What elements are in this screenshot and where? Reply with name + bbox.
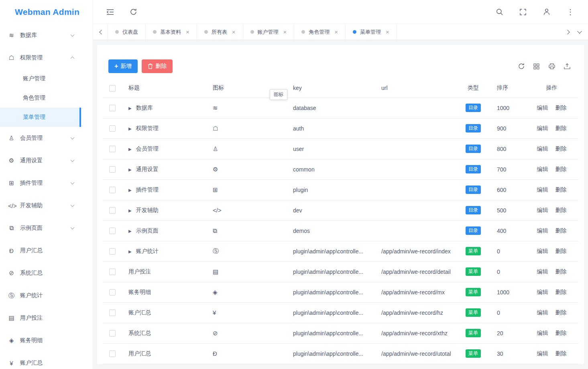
sidebar-item[interactable]: ⧉示例页面 xyxy=(0,217,81,239)
sidebar-item[interactable]: ⊘系统汇总 xyxy=(0,262,81,284)
row-checkbox[interactable] xyxy=(109,207,116,214)
row-checkbox[interactable] xyxy=(109,187,116,193)
row-checkbox[interactable] xyxy=(109,146,116,152)
tabs-scroll-left-button[interactable] xyxy=(96,24,108,40)
search-icon[interactable] xyxy=(495,8,503,16)
delete-link[interactable]: 删除 xyxy=(555,186,567,193)
edit-link[interactable]: 编辑 xyxy=(537,268,548,275)
tab-label: 角色管理 xyxy=(309,29,330,36)
expand-caret-icon[interactable]: ▶ xyxy=(128,188,132,192)
delete-link[interactable]: 删除 xyxy=(555,207,567,213)
edit-link[interactable]: 编辑 xyxy=(537,330,548,336)
print-icon[interactable] xyxy=(548,63,555,70)
edit-link[interactable]: 编辑 xyxy=(537,104,548,111)
expand-caret-icon[interactable]: ▶ xyxy=(128,208,132,213)
row-checkbox[interactable] xyxy=(109,269,116,275)
cell-actions: 编辑删除 xyxy=(525,220,578,241)
sidebar-item[interactable]: Ⓢ账户统计 xyxy=(0,284,81,307)
edit-link[interactable]: 编辑 xyxy=(537,186,548,193)
refresh-page-icon[interactable] xyxy=(129,8,137,16)
row-checkbox[interactable] xyxy=(109,105,116,111)
sidebar-item[interactable]: ⚙通用设置 xyxy=(0,149,81,172)
sidebar-subitem[interactable]: 账户管理 xyxy=(0,69,81,88)
sidebar-item[interactable]: ¥账户汇总 xyxy=(0,352,81,369)
edit-link[interactable]: 编辑 xyxy=(537,207,548,213)
tab-item[interactable]: 基本资料× xyxy=(146,24,197,40)
delete-link[interactable]: 删除 xyxy=(555,227,567,234)
edit-link[interactable]: 编辑 xyxy=(537,145,548,152)
sidebar-item[interactable]: ◈账务明细 xyxy=(0,329,81,352)
user-icon[interactable] xyxy=(543,8,551,16)
account-stats-icon: Ⓢ xyxy=(8,292,15,300)
expand-caret-icon[interactable]: ▶ xyxy=(128,167,132,172)
tab-close-icon[interactable]: × xyxy=(186,29,189,35)
add-button[interactable]: +新增 xyxy=(108,59,138,73)
export-icon[interactable] xyxy=(564,63,570,70)
tab-dot-icon xyxy=(353,30,356,34)
select-all-checkbox[interactable] xyxy=(109,85,116,92)
columns-icon[interactable] xyxy=(533,63,540,70)
sidebar-item[interactable]: ≋数据库 xyxy=(0,24,81,47)
sidebar-item-label: 账务明细 xyxy=(20,337,43,344)
edit-link[interactable]: 编辑 xyxy=(537,350,548,357)
cell-type: 菜单 xyxy=(458,241,489,261)
tab-close-icon[interactable]: × xyxy=(334,29,338,35)
row-checkbox[interactable] xyxy=(109,330,116,336)
sidebar-item[interactable]: ▤用户投注 xyxy=(0,307,81,329)
delete-link[interactable]: 删除 xyxy=(555,309,567,316)
expand-caret-icon[interactable]: ▶ xyxy=(128,106,132,110)
sidebar-subitem[interactable]: 角色管理 xyxy=(0,88,81,108)
edit-link[interactable]: 编辑 xyxy=(537,166,548,172)
sidebar-subitem[interactable]: 菜单管理 xyxy=(0,108,81,127)
collapse-sidebar-icon[interactable] xyxy=(106,8,114,16)
row-checkbox[interactable] xyxy=(109,125,116,132)
delete-link[interactable]: 删除 xyxy=(555,104,567,111)
tab-close-icon[interactable]: × xyxy=(386,29,389,35)
tab-close-icon[interactable]: × xyxy=(283,29,287,35)
edit-link[interactable]: 编辑 xyxy=(537,309,548,316)
fullscreen-icon[interactable] xyxy=(519,8,527,16)
tab-close-icon[interactable]: × xyxy=(232,29,236,35)
edit-link[interactable]: 编辑 xyxy=(537,289,548,295)
row-checkbox[interactable] xyxy=(109,228,116,234)
delete-link[interactable]: 删除 xyxy=(555,166,567,172)
tab-item[interactable]: 所有表× xyxy=(197,24,243,40)
tab-dot-icon xyxy=(153,30,157,34)
row-checkbox[interactable] xyxy=(109,351,116,357)
row-checkbox[interactable] xyxy=(109,248,116,255)
cell-type: 菜单 xyxy=(458,323,489,343)
tab-item[interactable]: 仪表盘 xyxy=(108,24,146,40)
tab-item[interactable]: 菜单管理× xyxy=(346,24,397,40)
sidebar-item[interactable]: Đ用户汇总 xyxy=(0,239,81,262)
delete-link[interactable]: 删除 xyxy=(555,125,567,131)
sidebar-item[interactable]: </>开发辅助 xyxy=(0,194,81,217)
expand-caret-icon[interactable]: ▶ xyxy=(128,249,132,254)
row-checkbox[interactable] xyxy=(109,289,116,296)
sidebar-item[interactable]: ☖权限管理 xyxy=(0,47,81,69)
delete-link[interactable]: 删除 xyxy=(555,248,567,254)
delete-link[interactable]: 删除 xyxy=(555,330,567,336)
delete-link[interactable]: 删除 xyxy=(555,350,567,357)
sidebar-item[interactable]: ⊞插件管理 xyxy=(0,172,81,194)
tab-item[interactable]: 账户管理× xyxy=(243,24,295,40)
edit-link[interactable]: 编辑 xyxy=(537,125,548,131)
delete-link[interactable]: 删除 xyxy=(555,145,567,152)
delete-button[interactable]: 删除 xyxy=(142,59,173,73)
sidebar-item[interactable]: ♙会员管理 xyxy=(0,127,81,149)
delete-link[interactable]: 删除 xyxy=(555,268,567,275)
row-checkbox[interactable] xyxy=(109,166,116,173)
expand-caret-icon[interactable]: ▶ xyxy=(128,126,132,131)
tabs-scroll-right-button[interactable] xyxy=(562,24,574,40)
type-badge: 目录 xyxy=(466,145,481,153)
expand-caret-icon[interactable]: ▶ xyxy=(128,147,132,151)
tabs-menu-button[interactable] xyxy=(574,24,586,40)
edit-link[interactable]: 编辑 xyxy=(537,227,548,234)
edit-link[interactable]: 编辑 xyxy=(537,248,548,254)
refresh-table-icon[interactable] xyxy=(518,63,525,70)
row-checkbox[interactable] xyxy=(109,310,116,316)
tab-item[interactable]: 角色管理× xyxy=(294,24,346,40)
row-url xyxy=(373,220,458,241)
more-menu-icon[interactable]: ⋮ xyxy=(566,8,574,16)
expand-caret-icon[interactable]: ▶ xyxy=(128,229,132,233)
delete-link[interactable]: 删除 xyxy=(555,289,567,295)
